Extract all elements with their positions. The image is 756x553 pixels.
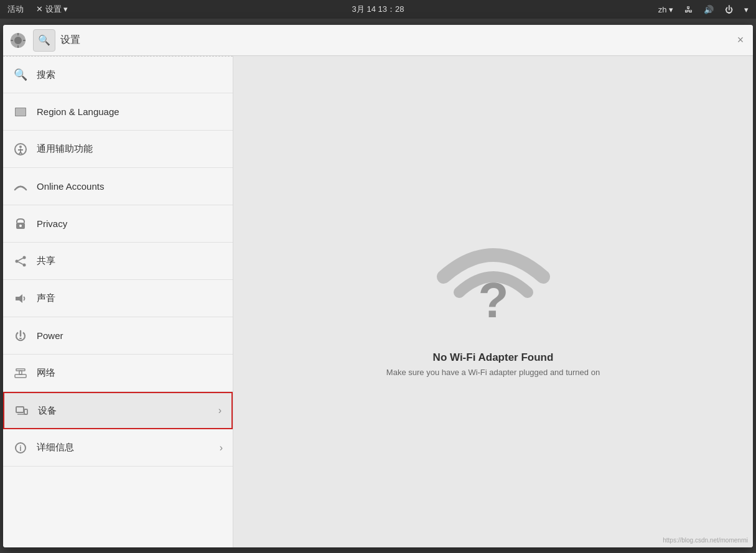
sidebar-label-online-accounts: Online Accounts: [37, 181, 223, 192]
svg-text:?: ?: [478, 272, 508, 328]
svg-point-17: [16, 259, 19, 263]
about-arrow: ›: [220, 442, 223, 453]
svg-rect-26: [16, 407, 24, 412]
activities-button[interactable]: 活动: [5, 2, 26, 16]
no-wifi-icon: ?: [431, 227, 556, 339]
settings-menu-button[interactable]: ✕ 设置 ▾: [34, 2, 70, 16]
window-title: 设置: [60, 34, 728, 47]
svg-point-15: [19, 225, 22, 227]
sidebar-label-power: Power: [37, 330, 223, 341]
power-arrow[interactable]: ▾: [742, 4, 751, 16]
titlebar-icon: [8, 30, 28, 50]
sidebar-item-devices[interactable]: 设备 ›: [3, 392, 233, 429]
sidebar-label-region-language: Region & Language: [37, 106, 223, 117]
close-button[interactable]: ×: [733, 33, 748, 48]
sound-icon[interactable]: 🔊: [701, 4, 716, 16]
search-button[interactable]: 🔍: [33, 29, 55, 52]
no-wifi-title: No Wi-Fi Adapter Found: [386, 351, 600, 364]
sidebar-item-sharing[interactable]: 共享: [3, 243, 233, 280]
sidebar-item-sousuo[interactable]: 🔍 搜索: [3, 56, 233, 93]
region-icon: [13, 105, 28, 119]
no-wifi-text: No Wi-Fi Adapter Found Make sure you hav…: [386, 351, 600, 377]
sidebar-label-sound: 声音: [37, 292, 223, 304]
svg-rect-7: [16, 108, 26, 116]
sharing-icon: [13, 254, 28, 269]
topbar-datetime: 3月 14 13：28: [352, 4, 404, 15]
sidebar-item-region-language[interactable]: Region & Language: [3, 93, 233, 131]
topbar: 活动 ✕ 设置 ▾ 3月 14 13：28 zh ▾ 🖧 🔊 ⏻ ▾: [0, 0, 756, 19]
sidebar-item-network[interactable]: 网络: [3, 355, 233, 392]
devices-icon: [14, 403, 29, 418]
watermark: https://blog.csdn.net/momenrni: [663, 537, 748, 544]
accessibility-icon: [13, 142, 28, 157]
sidebar-item-about[interactable]: i 详细信息 ›: [3, 429, 233, 467]
svg-marker-21: [16, 294, 22, 303]
no-wifi-subtitle: Make sure you have a Wi-Fi adapter plugg…: [386, 368, 600, 377]
topbar-right: zh ▾ 🖧 🔊 ⏻ ▾: [656, 4, 751, 16]
svg-text:i: i: [19, 444, 21, 453]
privacy-icon: [13, 216, 28, 231]
sidebar-item-accessibility[interactable]: 通用辅助功能: [3, 131, 233, 168]
sidebar-label-devices: 设备: [38, 405, 210, 417]
sidebar-label-accessibility: 通用辅助功能: [37, 143, 223, 155]
svg-rect-25: [16, 369, 25, 371]
search-icon: 🔍: [38, 34, 50, 46]
devices-arrow: ›: [218, 405, 222, 416]
sidebar-item-privacy[interactable]: Privacy: [3, 205, 233, 243]
about-icon: i: [13, 440, 28, 455]
topbar-left: 活动 ✕ 设置 ▾: [5, 2, 70, 16]
network-icon: [13, 366, 28, 381]
sidebar-item-sound[interactable]: 声音: [3, 280, 233, 317]
power-button[interactable]: ⏻: [722, 4, 735, 16]
sidebar-label-network: 网络: [37, 367, 223, 379]
sidebar-label-sharing: 共享: [37, 255, 223, 267]
sound-icon: [13, 291, 28, 306]
sidebar-label-privacy: Privacy: [37, 218, 223, 229]
svg-line-12: [19, 152, 21, 154]
svg-rect-27: [24, 409, 27, 414]
language-button[interactable]: zh ▾: [656, 4, 676, 16]
svg-rect-3: [17, 45, 19, 48]
svg-line-19: [18, 258, 23, 261]
svg-line-20: [18, 262, 23, 264]
svg-rect-5: [23, 40, 26, 41]
sidebar-label-about: 详细信息: [37, 442, 211, 453]
sousuo-icon: 🔍: [13, 67, 28, 82]
svg-point-1: [14, 37, 22, 44]
svg-point-16: [23, 256, 26, 259]
sidebar-item-power[interactable]: Power: [3, 317, 233, 355]
main-content: 🔍 搜索 Region & Language: [3, 56, 753, 547]
svg-point-18: [23, 263, 26, 266]
power-icon: [13, 328, 28, 343]
online-accounts-icon: [13, 179, 28, 194]
svg-rect-4: [11, 40, 13, 41]
svg-rect-24: [19, 371, 22, 374]
sidebar: 🔍 搜索 Region & Language: [3, 56, 233, 547]
network-icon[interactable]: 🖧: [682, 4, 695, 16]
svg-line-13: [21, 152, 22, 154]
settings-window: 🔍 设置 × 🔍 搜索 Region & Language: [3, 25, 753, 547]
sidebar-label-sousuo: 搜索: [37, 69, 223, 81]
svg-rect-2: [17, 33, 19, 35]
svg-rect-22: [19, 338, 22, 339]
main-panel: ? No Wi-Fi Adapter Found Make sure you h…: [233, 56, 753, 547]
titlebar: 🔍 设置 ×: [3, 25, 753, 56]
sidebar-item-online-accounts[interactable]: Online Accounts: [3, 168, 233, 205]
svg-point-9: [19, 146, 22, 148]
settings-app-icon: [9, 32, 27, 49]
